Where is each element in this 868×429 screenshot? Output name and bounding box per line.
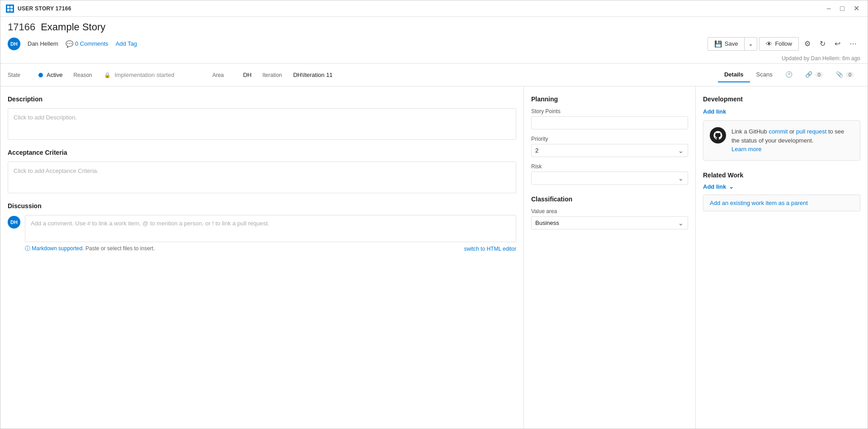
undo-button[interactable]: ↩ <box>831 37 844 51</box>
header: 17166 Example Story DH Dan Hellem 💬 0 Co… <box>0 17 868 64</box>
comments-link[interactable]: 💬 0 Comments <box>66 40 108 48</box>
more-options-button[interactable]: ⋯ <box>846 37 860 51</box>
comments-count: 0 Comments <box>75 40 108 47</box>
svg-rect-3 <box>10 9 13 11</box>
state-bar: State Active Reason 🔒 Implementation sta… <box>0 64 868 86</box>
minimize-button[interactable]: ‒ <box>824 3 834 14</box>
github-prefix: Link a GitHub <box>731 128 769 135</box>
github-logo <box>710 127 726 143</box>
comment-icon: 💬 <box>66 40 73 48</box>
value-area-select[interactable]: Business Architectural <box>531 216 688 229</box>
chevron-down-icon: ⌄ <box>748 40 753 47</box>
tab-scans[interactable]: Scans <box>750 67 779 82</box>
save-button[interactable]: 💾 Save <box>708 38 745 50</box>
risk-field: Risk 1 - Critical 2 - High 3 - Medium 4 … <box>531 163 688 185</box>
story-name: Example Story <box>41 21 105 33</box>
markdown-link[interactable]: Markdown supported. <box>32 245 84 252</box>
tab-attachments[interactable]: 📎 0 <box>830 67 860 82</box>
header-meta: DH Dan Hellem 💬 0 Comments Add Tag 💾 Sav… <box>8 37 860 54</box>
maximize-button[interactable]: □ <box>837 3 847 14</box>
tab-details[interactable]: Details <box>718 67 750 82</box>
story-points-input[interactable] <box>531 116 688 129</box>
save-icon: 💾 <box>714 40 722 48</box>
priority-select[interactable]: 1 2 3 4 <box>531 144 688 157</box>
planning-title: Planning <box>531 95 688 103</box>
comment-input-row: DH Add a comment. Use # to link a work i… <box>8 215 516 242</box>
acceptance-criteria-section: Acceptance Criteria Click to add Accepta… <box>8 149 516 193</box>
pull-request-link[interactable]: pull request <box>796 128 826 135</box>
svg-point-4 <box>710 127 726 143</box>
related-work-title: Related Work <box>703 172 860 179</box>
markdown-note: ⓘ Markdown supported. Paste or select fi… <box>25 245 155 253</box>
comment-input[interactable]: Add a comment. Use # to link a work item… <box>25 215 516 242</box>
scans-tab-label: Scans <box>756 71 773 78</box>
comment-author-avatar: DH <box>8 216 20 229</box>
add-tag-button[interactable]: Add Tag <box>116 40 137 47</box>
learn-more-link[interactable]: Learn more <box>731 146 761 153</box>
close-button[interactable]: ✕ <box>851 3 862 14</box>
discussion-section: Discussion DH Add a comment. Use # to li… <box>8 202 516 253</box>
main-content: Description Click to add Description. Ac… <box>0 86 868 429</box>
state-value: Active <box>47 72 62 78</box>
svg-rect-1 <box>10 5 13 8</box>
links-count: 0 <box>815 72 823 77</box>
save-dropdown-button[interactable]: ⌄ <box>744 38 757 50</box>
planning-section: Planning Story Points Priority 1 2 3 4 <box>531 95 688 185</box>
story-title-row: 17166 Example Story <box>8 21 860 33</box>
eye-icon: 👁 <box>766 40 772 48</box>
acceptance-criteria-title: Acceptance Criteria <box>8 149 516 156</box>
refresh-button[interactable]: ↻ <box>816 37 829 51</box>
details-tab-label: Details <box>724 71 744 78</box>
history-icon: 🕐 <box>785 71 793 78</box>
risk-label: Risk <box>531 163 688 170</box>
area-label: Area <box>212 72 240 78</box>
author-avatar: DH <box>8 38 20 50</box>
app-icon <box>6 5 14 13</box>
story-points-label: Story Points <box>531 108 688 114</box>
right-panel: Development Add link Link a GitHub commi… <box>696 86 868 429</box>
follow-button[interactable]: 👁 Follow <box>759 37 799 51</box>
reason-label: Reason <box>73 72 100 78</box>
development-title: Development <box>703 95 860 103</box>
settings-button[interactable]: ⚙ <box>801 37 814 51</box>
iteration-field-group: Iteration DH\Iteration 11 <box>262 72 332 78</box>
acceptance-criteria-input[interactable]: Click to add Acceptance Criteria. <box>8 162 516 193</box>
save-button-group: 💾 Save ⌄ <box>708 37 758 51</box>
header-right-actions: 💾 Save ⌄ 👁 Follow ⚙ ↻ ↩ ⋯ <box>708 37 860 51</box>
risk-select[interactable]: 1 - Critical 2 - High 3 - Medium 4 - Low <box>531 172 688 185</box>
updated-text: Updated by Dan Hellem: 6m ago <box>782 55 860 62</box>
github-description: Link a GitHub commit or pull request to … <box>731 127 854 154</box>
window-title: USER STORY 17166 <box>18 5 820 12</box>
classification-section: Classification Value area Business Archi… <box>531 195 688 229</box>
switch-editor-link[interactable]: switch to HTML editor <box>464 246 516 252</box>
comment-footer: ⓘ Markdown supported. Paste or select fi… <box>25 245 516 253</box>
tab-history[interactable]: 🕐 <box>779 67 799 82</box>
add-link-button[interactable]: Add link <box>703 108 726 115</box>
add-link-dropdown[interactable]: Add link ⌄ <box>703 183 860 190</box>
reason-value: Implementation started <box>114 72 174 78</box>
left-panel: Description Click to add Description. Ac… <box>0 86 524 429</box>
lock-icon: 🔒 <box>104 72 111 78</box>
description-input[interactable]: Click to add Description. <box>8 108 516 140</box>
or-text: or <box>788 128 796 135</box>
svg-rect-2 <box>7 9 9 11</box>
chevron-down-icon: ⌄ <box>729 183 734 190</box>
iteration-label: Iteration <box>262 72 289 78</box>
tab-links[interactable]: 🔗 0 <box>799 67 830 82</box>
iteration-value: DH\Iteration 11 <box>293 72 332 78</box>
commit-link[interactable]: commit <box>769 128 788 135</box>
area-field-group: Area DH <box>212 72 252 78</box>
value-area-label: Value area <box>531 208 688 214</box>
story-points-field: Story Points <box>531 108 688 129</box>
middle-panel: Planning Story Points Priority 1 2 3 4 <box>524 86 696 429</box>
development-section: Development Add link Link a GitHub commi… <box>703 95 860 161</box>
author-name: Dan Hellem <box>28 40 58 47</box>
paste-note: Paste or select files to insert. <box>85 245 155 252</box>
add-existing-work-item-link[interactable]: Add an existing work item as a parent <box>703 195 860 211</box>
attachment-icon: 📎 <box>836 71 843 78</box>
description-title: Description <box>8 95 516 103</box>
risk-select-wrapper: 1 - Critical 2 - High 3 - Medium 4 - Low <box>531 172 688 185</box>
related-work-section: Related Work Add link ⌄ Add an existing … <box>703 172 860 211</box>
title-bar: USER STORY 17166 ‒ □ ✕ <box>0 0 868 17</box>
area-value: DH <box>243 72 252 78</box>
